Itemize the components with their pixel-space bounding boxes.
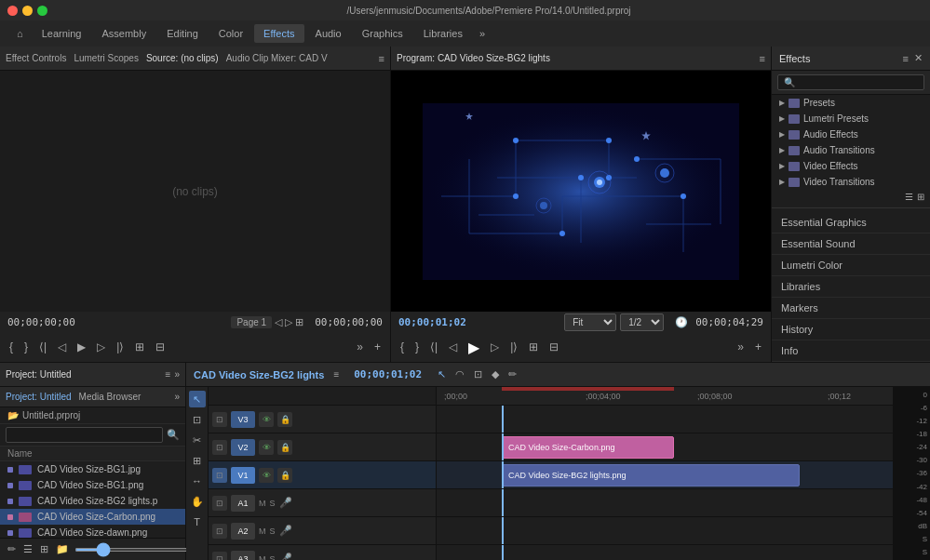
a3-m[interactable]: M (259, 554, 266, 561)
prog-ctrl-back[interactable]: ◁ (445, 339, 461, 355)
program-panel-menu[interactable]: ≡ (760, 53, 765, 64)
track-row-v2[interactable]: CAD Video Size-Carbon.png (437, 433, 893, 461)
v1-visibility[interactable]: 👁 (259, 468, 274, 483)
track-row-a3[interactable] (437, 545, 893, 560)
nav-effects[interactable]: Effects (254, 24, 303, 43)
a1-m[interactable]: M (259, 499, 266, 508)
prog-ctrl-add[interactable]: + (751, 339, 765, 355)
minimize-button[interactable] (22, 6, 33, 16)
prog-ctrl-prev-in[interactable]: ⟨| (426, 339, 441, 355)
source-ctrl-play[interactable]: ▶ (74, 339, 89, 355)
nav-more-button[interactable]: » (474, 24, 491, 43)
tool-text[interactable]: T (189, 513, 206, 530)
tab-media-browser[interactable]: Media Browser (79, 392, 142, 402)
tree-item-audio-effects[interactable]: ▶ Audio Effects (772, 127, 930, 142)
v2-lock[interactable]: 🔒 (277, 440, 292, 455)
a3-toggle[interactable]: ⊡ (212, 552, 227, 561)
tree-item-audio-transitions[interactable]: ▶ Audio Transitions (772, 142, 930, 158)
workspace-markers[interactable]: Markers (772, 298, 930, 319)
workspace-libraries[interactable]: Libraries (772, 276, 930, 298)
prog-ctrl-more[interactable]: » (734, 339, 748, 355)
tab-project[interactable]: Project: Untitled (6, 392, 72, 402)
tab-audio-clip-mixer[interactable]: Audio Clip Mixer: CAD V (226, 53, 328, 63)
prog-ctrl-insert[interactable]: ⊞ (525, 339, 542, 355)
project-zoom-slider[interactable] (74, 548, 195, 552)
project-search-input[interactable] (6, 427, 163, 443)
tool-keyframe[interactable]: ◆ (489, 367, 502, 382)
source-ctrl-out[interactable]: } (20, 339, 32, 355)
timeline-menu-icon[interactable]: ≡ (333, 369, 339, 380)
source-ctrl-next-out[interactable]: |⟩ (113, 339, 128, 355)
maximize-button[interactable] (37, 6, 47, 16)
workspace-essential-graphics[interactable]: Essential Graphics (772, 212, 930, 233)
clip-carbon[interactable]: CAD Video Size-Carbon.png (502, 436, 674, 459)
tree-item-presets[interactable]: ▶ Presets (772, 95, 930, 111)
project-menu-icon[interactable]: ≡ (166, 369, 171, 380)
effects-close-icon[interactable]: ✕ (914, 52, 923, 64)
project-search-icon[interactable]: 🔍 (167, 429, 180, 441)
nav-graphics[interactable]: Graphics (353, 24, 412, 43)
tree-item-video-transitions[interactable]: ▶ Video Transitions (772, 174, 930, 190)
tree-item-lumetri-presets[interactable]: ▶ Lumetri Presets (772, 111, 930, 127)
source-ctrl-insert[interactable]: ⊞ (131, 339, 148, 355)
project-pencil-icon[interactable]: ✏ (6, 541, 18, 557)
tab-program[interactable]: Program: CAD Video Size-BG2 lights (397, 53, 550, 63)
tool-razor[interactable]: ◠ (452, 367, 467, 382)
track-row-v1[interactable]: CAD Video Size-BG2 lights.png (437, 461, 893, 489)
project-expand-icon[interactable]: » (174, 369, 180, 380)
project-grid-icon[interactable]: ⊞ (38, 541, 50, 557)
tab-effect-controls[interactable]: Effect Controls (6, 53, 66, 63)
source-ctrl-prev-in[interactable]: ⟨| (35, 339, 50, 355)
workspace-history[interactable]: History (772, 319, 930, 340)
tool-edit[interactable]: ✂ (189, 432, 206, 448)
prog-ctrl-out[interactable]: } (411, 339, 423, 355)
workspace-info[interactable]: Info (772, 340, 930, 362)
nav-learning[interactable]: Learning (33, 24, 91, 43)
effects-list-view[interactable]: ☰ (905, 192, 913, 202)
close-button[interactable] (7, 6, 18, 16)
prog-ctrl-play[interactable]: ▶ (465, 337, 483, 358)
effects-grid-view[interactable]: ⊞ (917, 192, 924, 202)
tool-hand[interactable]: ✋ (189, 493, 206, 510)
prog-ctrl-overlay[interactable]: ⊟ (546, 339, 562, 355)
project-file-carbon[interactable]: CAD Video Size-Carbon.png (0, 509, 185, 525)
tree-item-video-effects[interactable]: ▶ Video Effects (772, 158, 930, 174)
prog-ctrl-next-out[interactable]: |⟩ (506, 339, 521, 355)
project-tabs-more[interactable]: » (174, 392, 180, 402)
project-file-bg1png[interactable]: CAD Video Size-BG1.png (0, 477, 185, 493)
source-page-label[interactable]: Page 1 (231, 316, 272, 328)
tool-selection[interactable]: ↖ (435, 367, 449, 382)
a3-s[interactable]: S (270, 554, 276, 561)
source-ctrl-add[interactable]: + (371, 339, 384, 355)
nav-assembly[interactable]: Assembly (92, 24, 155, 43)
workspace-essential-sound[interactable]: Essential Sound (772, 233, 930, 255)
source-ctrl-more[interactable]: » (353, 339, 367, 355)
tab-lumetri-scopes[interactable]: Lumetri Scopes (74, 53, 138, 63)
project-file-bg2lights[interactable]: CAD Video Size-BG2 lights.p (0, 493, 185, 509)
tool-pen[interactable]: ✏ (505, 367, 519, 382)
tool-arrow[interactable]: ↖ (189, 391, 206, 407)
a2-m[interactable]: M (259, 527, 266, 536)
effects-search-input[interactable] (777, 74, 924, 90)
fit-selector[interactable]: Fit 25% 50% 100% (564, 313, 616, 331)
project-folder-icon[interactable]: 📁 (54, 541, 71, 557)
home-button[interactable]: ⌂ (9, 24, 31, 43)
v3-toggle[interactable]: ⊡ (212, 412, 227, 427)
source-panel-menu[interactable]: ≡ (379, 53, 384, 64)
v2-toggle[interactable]: ⊡ (212, 440, 227, 455)
v1-lock[interactable]: 🔒 (277, 468, 292, 483)
tab-source[interactable]: Source: (no clips) (146, 53, 219, 63)
nav-libraries[interactable]: Libraries (414, 24, 472, 43)
track-row-a2[interactable] (437, 517, 893, 545)
source-ctrl-fwd[interactable]: ▷ (93, 339, 109, 355)
source-page-prev[interactable]: ◁ (275, 316, 282, 328)
source-ctrl-overlay[interactable]: ⊟ (152, 339, 168, 355)
effects-menu-button[interactable]: ≡ (903, 53, 909, 64)
project-list-icon[interactable]: ☰ (21, 541, 34, 557)
nav-audio[interactable]: Audio (306, 24, 351, 43)
source-page-expand[interactable]: ⊞ (295, 316, 303, 328)
quality-selector[interactable]: 1/2 1/4 Full (620, 313, 664, 331)
source-ctrl-back[interactable]: ◁ (54, 339, 70, 355)
tool-selection-2[interactable]: ⊡ (189, 411, 206, 428)
tool-slide[interactable]: ↔ (189, 473, 206, 489)
